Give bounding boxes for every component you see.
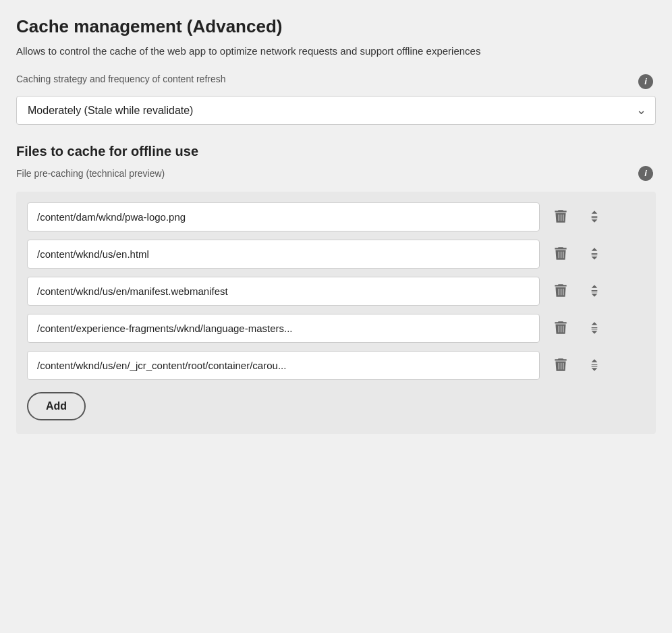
strategy-select[interactable]: Network firstCache firstModerately (Stal… (16, 96, 656, 125)
page-title: Cache management (Advanced) (16, 16, 656, 37)
file-input-0[interactable] (27, 202, 540, 231)
delete-file-button-3[interactable] (548, 315, 573, 341)
caching-strategy-label: Caching strategy and frequency of conten… (16, 74, 226, 84)
precache-info-button[interactable]: i (636, 163, 656, 184)
file-row (27, 351, 645, 380)
reorder-file-button-0[interactable] (582, 204, 607, 229)
reorder-file-button-2[interactable] (582, 278, 607, 304)
reorder-file-button-4[interactable] (582, 352, 607, 378)
delete-file-button-2[interactable] (548, 278, 573, 304)
files-container: Add (16, 192, 656, 434)
file-rows-list (27, 202, 645, 380)
file-input-3[interactable] (27, 314, 540, 343)
strategy-select-wrapper: Network firstCache firstModerately (Stal… (16, 96, 656, 125)
file-row (27, 240, 645, 269)
reorder-file-button-3[interactable] (582, 315, 607, 341)
file-row (27, 314, 645, 343)
file-input-1[interactable] (27, 240, 540, 269)
add-button[interactable]: Add (27, 392, 86, 420)
caching-info-button[interactable]: i (636, 72, 656, 92)
file-input-2[interactable] (27, 277, 540, 306)
file-input-4[interactable] (27, 351, 540, 380)
file-row (27, 277, 645, 306)
reorder-file-button-1[interactable] (582, 241, 607, 267)
precache-info-icon: i (638, 166, 653, 181)
delete-file-button-0[interactable] (548, 204, 573, 229)
file-row (27, 202, 645, 231)
precache-label: File pre-caching (technical preview) (16, 168, 629, 179)
delete-file-button-4[interactable] (548, 352, 573, 378)
delete-file-button-1[interactable] (548, 241, 573, 267)
page-description: Allows to control the cache of the web a… (16, 44, 656, 59)
files-section-title: Files to cache for offline use (16, 144, 656, 159)
caching-info-icon: i (638, 74, 653, 89)
